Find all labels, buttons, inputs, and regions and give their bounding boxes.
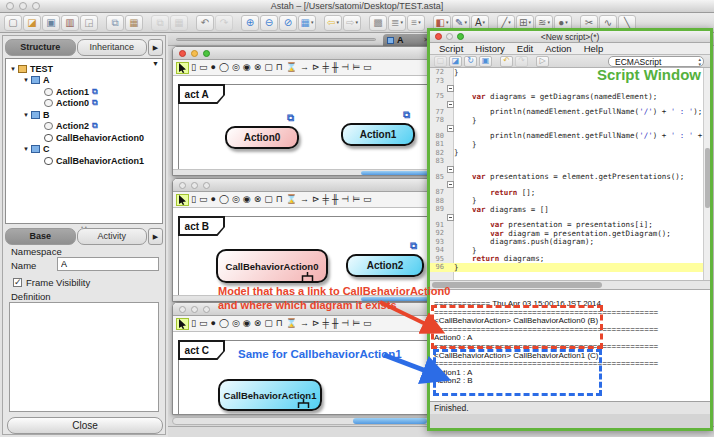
code-line[interactable]: 77 println(namedElement.getFullName('/')…: [430, 108, 710, 117]
open-project[interactable]: ◪▾: [23, 15, 41, 31]
close-button[interactable]: Close: [7, 417, 163, 434]
new-file[interactable]: ▢▾: [4, 15, 22, 31]
print-preview[interactable]: ◲▾: [80, 15, 98, 31]
tab-overflow-button[interactable]: ▶: [148, 39, 163, 56]
flow-final-tool[interactable]: ⊗▾: [254, 195, 262, 204]
fork-node-tool[interactable]: ╪▾: [323, 319, 329, 328]
partition-tool[interactable]: ▯▾: [191, 63, 196, 72]
call-behavior-action-tool[interactable]: ◎▾: [232, 63, 240, 72]
fold-icon[interactable]: [447, 101, 454, 108]
object-node-tool[interactable]: ▢▾: [264, 319, 273, 328]
partition-tool[interactable]: ▯▾: [191, 319, 196, 328]
code-line[interactable]: 93 diagrams.push(diagram);: [430, 238, 710, 247]
tree-item[interactable]: A: [6, 75, 162, 87]
fold-icon[interactable]: [447, 214, 454, 221]
tree-item[interactable]: Action1: [6, 86, 162, 98]
menu-item[interactable]: Edit: [517, 43, 533, 54]
separator[interactable]: [494, 56, 498, 67]
menu-item[interactable]: Help: [584, 43, 604, 54]
decision-node-tool[interactable]: ⊨▾: [352, 63, 360, 72]
scrollbar-thumb[interactable]: [432, 282, 602, 288]
code-line[interactable]: 95 return diagrams;: [430, 255, 710, 264]
open-script[interactable]: ◪: [449, 56, 462, 67]
tree-item[interactable]: C: [6, 144, 162, 156]
activity-final-tool[interactable]: ◉▾: [243, 319, 251, 328]
diagram-c-canvas[interactable]: act C CallBehaviorAction1: [173, 332, 439, 414]
merge-node-tool[interactable]: ⊣▾: [341, 319, 349, 328]
zoom-window-icon[interactable]: [203, 306, 210, 313]
scrollbar-thumb[interactable]: [353, 418, 427, 424]
call-behavior-action-tool[interactable]: ◎▾: [232, 195, 240, 204]
fold-icon[interactable]: [447, 166, 454, 173]
merge-node-tool[interactable]: ⊣▾: [341, 195, 349, 204]
save-script[interactable]: ▣: [479, 56, 492, 67]
action2-node[interactable]: Action2: [346, 254, 424, 277]
call-behavior-action-tool[interactable]: ◎▾: [232, 319, 240, 328]
note-tool[interactable]: ▭▾: [363, 195, 372, 204]
control-flow-tool[interactable]: →▾: [300, 195, 309, 204]
redo-edit[interactable]: ↷: [515, 56, 528, 67]
undo-edit[interactable]: ↶: [500, 56, 513, 67]
align-horizontal[interactable]: ≣▾: [388, 15, 406, 31]
initial-node-tool[interactable]: ●▾: [210, 63, 215, 72]
tree-item[interactable]: TEST: [6, 63, 162, 75]
expander-icon[interactable]: [10, 66, 18, 72]
hyperlink-badge-icon[interactable]: [410, 240, 417, 252]
separator[interactable]: ▾: [144, 15, 150, 31]
diagram-a-canvas[interactable]: act A Action0 Action1: [173, 76, 439, 175]
action0-node[interactable]: Action0: [225, 126, 299, 149]
tree-item[interactable]: CallBehaviorAction1: [6, 155, 162, 167]
action-tool[interactable]: ▭▾: [199, 195, 208, 204]
tab-structure[interactable]: Structure: [5, 39, 76, 56]
menu-item[interactable]: Action: [545, 43, 571, 54]
partition-tool[interactable]: ▯▾: [191, 195, 196, 204]
close-window-icon[interactable]: [179, 306, 186, 313]
code-line[interactable]: 85 var presentations = element.getPresen…: [430, 173, 710, 182]
fork-node-tool[interactable]: ╪▾: [323, 195, 329, 204]
hyperlink-badge-icon[interactable]: [287, 112, 294, 124]
code-editor[interactable]: 72 } 73 74 function addDiagram(namedEl: [430, 68, 710, 280]
accept-time-event-tool[interactable]: ⌛▾: [286, 319, 297, 328]
control-flow-tool[interactable]: →▾: [300, 319, 309, 328]
save[interactable]: ▣▾: [42, 15, 60, 31]
expander-icon[interactable]: [23, 112, 31, 118]
fold-icon[interactable]: [447, 125, 454, 132]
menu-item[interactable]: History: [475, 43, 505, 54]
activity-tool[interactable]: ◯▾: [219, 195, 229, 204]
code-horizontal-scrollbar[interactable]: [430, 280, 710, 289]
merge-node-tool[interactable]: ⊣▾: [341, 63, 349, 72]
menu-item[interactable]: Script: [439, 43, 463, 54]
code-line[interactable]: 80 println(namedElement.getFullName('/')…: [430, 132, 710, 141]
close-window-icon[interactable]: [179, 50, 186, 57]
canvas-horizontal-scrollbar[interactable]: [172, 417, 430, 425]
control-flow-tool[interactable]: →▾: [300, 63, 309, 72]
code-vertical-scrollbar[interactable]: [703, 68, 710, 280]
minimize-window-icon[interactable]: [191, 50, 198, 57]
activity-final-tool[interactable]: ◉▾: [243, 63, 251, 72]
tab-base[interactable]: Base: [5, 228, 76, 245]
object-node-tool[interactable]: ▢▾: [264, 63, 273, 72]
fold-icon[interactable]: [447, 85, 454, 92]
back[interactable]: ⇦▾: [324, 15, 342, 31]
activity-final-tool[interactable]: ◉▾: [243, 195, 251, 204]
paste[interactable]: ▦▾: [170, 15, 188, 31]
initial-node-tool[interactable]: ●▾: [210, 195, 215, 204]
join-node-tool[interactable]: ╫▾: [332, 319, 338, 328]
diagram-tab-a[interactable]: A: [383, 34, 433, 46]
minimize-window-icon[interactable]: [191, 182, 198, 189]
separator[interactable]: ▾: [234, 15, 240, 31]
tree-item[interactable]: Action0: [6, 98, 162, 110]
flow-final-tool[interactable]: ⊗▾: [254, 63, 262, 72]
action1-node[interactable]: Action1: [341, 123, 415, 146]
scrollbar-thumb[interactable]: [361, 171, 431, 175]
code-line[interactable]: 91 var presentation = presentations[i];: [430, 221, 710, 230]
send-signal-tool[interactable]: ⊳▾: [312, 319, 320, 328]
expander-icon[interactable]: [23, 77, 31, 83]
definition-textarea[interactable]: [9, 302, 159, 412]
code-line[interactable]: 78 }: [430, 116, 710, 125]
align-vertical[interactable]: ≡▾: [407, 15, 425, 31]
select-tool[interactable]: [176, 318, 189, 330]
code-line[interactable]: 81 }: [430, 140, 710, 149]
send-signal-tool[interactable]: ⊳▾: [312, 63, 320, 72]
code-line[interactable]: 96 }: [430, 263, 710, 272]
